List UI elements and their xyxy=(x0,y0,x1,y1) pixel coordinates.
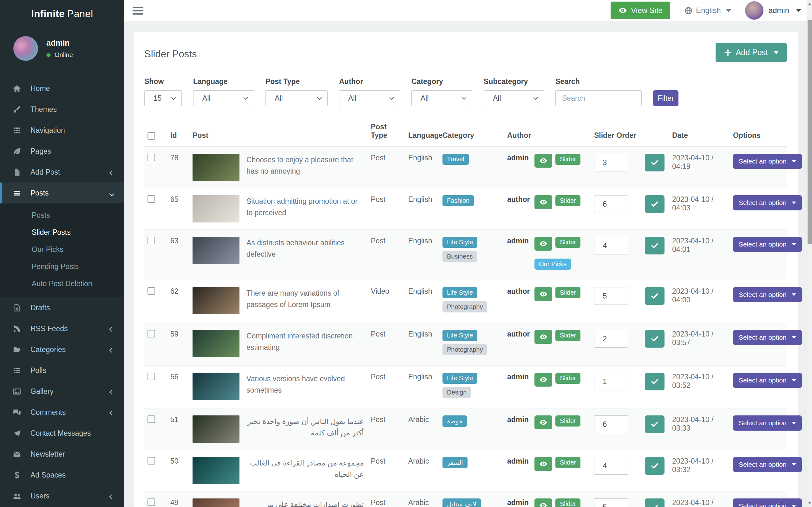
scroll-down-icon[interactable] xyxy=(808,502,812,504)
visible-badge[interactable] xyxy=(535,195,552,209)
row-checkbox[interactable] xyxy=(148,287,155,295)
slider-order-input[interactable] xyxy=(594,457,628,475)
save-order-button[interactable] xyxy=(645,330,664,348)
sidebar-subitem-posts[interactable]: Posts xyxy=(0,207,124,224)
post-title-link[interactable]: Chooses to enjoy a pleasure that has no … xyxy=(247,154,364,181)
post-title-link[interactable]: Situation admitting promotion at or to p… xyxy=(247,195,364,222)
visible-badge[interactable] xyxy=(535,330,552,344)
sidebar-item-categories[interactable]: Categories xyxy=(0,339,124,360)
post-title-link[interactable]: Various versions have evolved sometimes xyxy=(247,373,364,400)
visible-badge[interactable] xyxy=(535,373,552,387)
slider-order-input[interactable] xyxy=(594,237,628,255)
slider-badge[interactable]: Slider xyxy=(555,373,580,384)
post-title-link[interactable]: As distrusts behaviour abilities defecti… xyxy=(247,237,364,264)
slider-order-input[interactable] xyxy=(594,415,628,433)
slider-badge[interactable]: Slider xyxy=(555,237,580,248)
slider-badge[interactable]: Slider xyxy=(555,195,580,206)
slider-order-input[interactable] xyxy=(594,154,628,171)
sidebar-item-contact-messages[interactable]: Contact Messages xyxy=(0,423,124,444)
visible-badge[interactable] xyxy=(535,498,552,507)
sidebar-item-newsletter[interactable]: Newsletter xyxy=(0,444,124,464)
filter-select-author[interactable]: All xyxy=(339,90,400,106)
slider-order-input[interactable] xyxy=(594,373,628,390)
sidebar-item-comments[interactable]: Comments xyxy=(0,402,124,423)
save-order-button[interactable] xyxy=(645,237,664,255)
sidebar-subitem-auto-post-deletion[interactable]: Auto Post Deletion xyxy=(0,275,124,292)
sidebar-subitem-slider-posts[interactable]: Slider Posts xyxy=(0,224,124,241)
filter-select-subcategory[interactable]: All xyxy=(484,90,544,106)
filter-button[interactable]: Filter xyxy=(653,90,678,106)
sidebar-subitem-pending-posts[interactable]: Pending Posts xyxy=(0,258,124,275)
visible-badge[interactable] xyxy=(535,154,552,168)
post-title-link[interactable]: عندما يقول الناس أن صورة واحدة تخبر أكثر… xyxy=(247,415,364,443)
visible-badge[interactable] xyxy=(535,457,552,471)
options-select-button[interactable]: Select an option xyxy=(733,457,802,472)
options-select-button[interactable]: Select an option xyxy=(733,154,802,169)
row-checkbox[interactable] xyxy=(148,498,155,506)
scroll-up-icon[interactable] xyxy=(808,3,812,5)
visible-badge[interactable] xyxy=(535,415,552,429)
filter-select-show[interactable]: 15 xyxy=(144,90,182,106)
post-thumbnail-white-beetle-car-in-green-forest[interactable] xyxy=(193,154,240,181)
visible-badge[interactable] xyxy=(535,287,552,301)
save-order-button[interactable] xyxy=(645,457,664,475)
options-select-button[interactable]: Select an option xyxy=(733,415,802,431)
scrollbar[interactable] xyxy=(807,0,812,507)
save-order-button[interactable] xyxy=(645,498,664,507)
post-title-link[interactable]: تطورت إصدارات مختلفة على مر السنين xyxy=(247,498,364,507)
save-order-button[interactable] xyxy=(645,373,664,390)
options-select-button[interactable]: Select an option xyxy=(733,498,802,507)
options-select-button[interactable]: Select an option xyxy=(733,237,802,252)
slider-badge[interactable]: Slider xyxy=(555,330,580,341)
post-title-link[interactable]: مجموعة من مصادر القراءة في الغالب عن الح… xyxy=(247,457,364,484)
filter-select-language[interactable]: All xyxy=(193,90,254,106)
sidebar-item-users[interactable]: Users xyxy=(0,486,124,506)
filter-select-category[interactable]: All xyxy=(411,90,472,106)
save-order-button[interactable] xyxy=(645,154,664,171)
post-thumbnail-desk-with-bottle-and-lights[interactable] xyxy=(193,330,240,357)
visible-badge[interactable] xyxy=(535,237,552,250)
row-checkbox[interactable] xyxy=(148,457,155,464)
user-dropdown[interactable]: admin xyxy=(745,1,801,20)
view-site-button[interactable]: View Site xyxy=(611,2,670,19)
add-post-button[interactable]: Add Post xyxy=(716,43,787,62)
slider-order-input[interactable] xyxy=(594,287,628,305)
sidebar-item-ad-spaces[interactable]: Ad Spaces xyxy=(0,464,124,486)
slider-badge[interactable]: Slider xyxy=(555,457,580,468)
slider-badge[interactable]: Slider xyxy=(555,498,580,507)
post-thumbnail-open-hand-against-teal-sky[interactable] xyxy=(193,373,240,400)
post-thumbnail-city-street-buildings[interactable] xyxy=(193,237,240,264)
options-select-button[interactable]: Select an option xyxy=(733,330,802,345)
slider-order-input[interactable] xyxy=(594,498,628,507)
sidebar-item-pages[interactable]: Pages xyxy=(0,141,124,162)
post-title-link[interactable]: Compliment interested discretion estimat… xyxy=(247,330,364,357)
post-thumbnail-hand-in-teal-water[interactable] xyxy=(193,457,240,484)
sidebar-item-gallery[interactable]: Gallery xyxy=(0,381,124,402)
slider-badge[interactable]: Slider xyxy=(555,154,580,165)
our-picks-badge[interactable]: Our Picks xyxy=(535,259,571,270)
slider-order-input[interactable] xyxy=(594,330,628,348)
save-order-button[interactable] xyxy=(645,287,664,305)
options-select-button[interactable]: Select an option xyxy=(733,373,802,388)
row-checkbox[interactable] xyxy=(148,195,155,203)
save-order-button[interactable] xyxy=(645,415,664,433)
slider-badge[interactable]: Slider xyxy=(555,287,580,298)
sidebar-item-add-post[interactable]: Add Post xyxy=(0,162,124,182)
sidebar-item-polls[interactable]: Polls xyxy=(0,360,124,381)
sidebar-item-rss-feeds[interactable]: RSS Feeds xyxy=(0,318,124,339)
sidebar-subitem-our-picks[interactable]: Our Picks xyxy=(0,241,124,258)
sidebar-toggle-icon[interactable] xyxy=(133,5,143,16)
save-order-button[interactable] xyxy=(645,195,664,213)
sidebar-item-home[interactable]: Home xyxy=(0,78,124,99)
row-checkbox[interactable] xyxy=(148,154,155,161)
sidebar-item-navigation[interactable]: Navigation xyxy=(0,120,124,141)
post-thumbnail-person-in-white-shirt-with-bag[interactable] xyxy=(193,195,240,222)
slider-badge[interactable]: Slider xyxy=(555,415,580,427)
sidebar-item-drafts[interactable]: Drafts xyxy=(0,297,124,318)
sidebar-item-posts[interactable]: Posts xyxy=(0,182,124,204)
post-thumbnail-woman-in-white-walking-in-dark-forest[interactable] xyxy=(193,415,240,443)
filter-select-post-type[interactable]: All xyxy=(265,90,328,106)
post-title-link[interactable]: There are many variations of passages of… xyxy=(247,287,364,314)
post-thumbnail-woman-portrait-warm-tones[interactable] xyxy=(193,498,240,507)
post-thumbnail-woman-holding-camera[interactable] xyxy=(193,287,240,314)
